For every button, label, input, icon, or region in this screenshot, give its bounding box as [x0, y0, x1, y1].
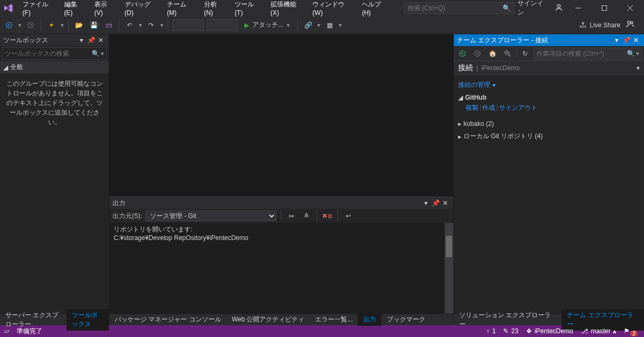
new-item-button[interactable]: ✦ — [46, 19, 57, 31]
menu-team[interactable]: チーム(M) — [162, 0, 199, 20]
branch-icon: ⎇ — [581, 327, 588, 335]
te-repo-kobako[interactable]: ▸ kobako (2) — [458, 118, 640, 130]
window-close-button[interactable] — [619, 0, 641, 16]
dropdown-icon[interactable]: ▾ — [18, 21, 21, 29]
sign-in-link[interactable]: サインイン — [514, 0, 550, 19]
title-bar: ファイル(F) 編集(E) 表示(V) デバッグ(D) チーム(M) 分析(N)… — [0, 0, 644, 16]
dropdown-icon[interactable]: ▾ — [77, 36, 86, 44]
solution-platform-combo[interactable] — [207, 19, 238, 31]
te-repo-label: kobako (2) — [463, 120, 494, 128]
te-forward-button[interactable] — [471, 47, 484, 60]
status-pending-push[interactable]: ↑1 — [486, 327, 496, 335]
left-tabstrip: サーバー エクスプローラー ツールボックス — [0, 313, 109, 325]
te-repo-label: ローカル Git リポジトリ (4) — [463, 132, 543, 141]
save-button[interactable]: 💾 — [88, 19, 100, 31]
toolbox-section-general[interactable]: ◢ 全般 — [0, 61, 109, 73]
play-icon: ▶ — [244, 21, 249, 29]
dropdown-icon[interactable]: ▾ — [421, 199, 431, 207]
search-icon: 🔍 — [503, 4, 511, 12]
close-icon[interactable]: ✕ — [440, 199, 450, 207]
feedback-icon[interactable] — [626, 20, 634, 30]
separator — [317, 211, 317, 221]
separator — [338, 211, 338, 221]
tab-toolbox[interactable]: ツールボックス — [66, 309, 109, 331]
status-notifications[interactable]: ⚑2 — [624, 327, 640, 335]
solution-config-combo[interactable] — [173, 19, 204, 31]
dropdown-icon[interactable]: ▾ — [636, 64, 640, 72]
menu-view[interactable]: 表示(V) — [89, 0, 119, 20]
menu-help[interactable]: ヘルプ(H) — [356, 0, 393, 20]
tab-error-list[interactable]: エラー一覧... — [310, 313, 358, 326]
menu-window[interactable]: ウィンドウ(W) — [307, 0, 356, 20]
tab-bookmarks[interactable]: ブックマーク — [381, 313, 431, 326]
diagnostic-button[interactable]: ▦ — [324, 19, 335, 31]
te-repo-local[interactable]: ▸ ローカル Git リポジトリ (4) — [458, 130, 640, 143]
live-share-button[interactable]: Live Share — [579, 21, 620, 29]
find-message-button[interactable]: ≔ — [286, 210, 297, 222]
close-icon[interactable]: ✕ — [631, 36, 641, 44]
toolbox-empty-message: このグループには使用可能なコントロールがありません。項目をこのテキスト上にドラッ… — [0, 73, 109, 132]
window-maximize-button[interactable] — [593, 0, 615, 16]
toolbox-search[interactable]: 🔍▾ — [2, 47, 107, 60]
close-icon[interactable]: ✕ — [96, 36, 106, 44]
team-explorer-toolbar: 🏠 🔌 ↻ 🔍▾ — [454, 46, 644, 61]
pin-icon[interactable]: 📌 — [621, 36, 631, 44]
dropdown-icon[interactable]: ▾ — [492, 81, 496, 89]
window-mode-icon[interactable]: ▱ — [4, 327, 9, 335]
undo-button[interactable]: ↶ — [124, 19, 136, 31]
te-search[interactable]: 🔍▾ — [534, 48, 642, 59]
te-github-section[interactable]: ◢ GitHub — [458, 92, 640, 103]
menu-analyze[interactable]: 分析(N) — [199, 0, 229, 20]
status-pending-changes[interactable]: ✎23 — [503, 327, 518, 335]
pin-icon[interactable]: 📌 — [86, 36, 96, 44]
menu-file[interactable]: ファイル(F) — [17, 0, 59, 20]
svg-point-0 — [557, 4, 560, 7]
tab-package-manager[interactable]: パッケージ マネージャー コンソール — [109, 313, 227, 326]
toolbox-search-input[interactable] — [5, 50, 92, 57]
open-folder-button[interactable]: 📂 — [73, 19, 85, 31]
menubar: ファイル(F) 編集(E) 表示(V) デバッグ(D) チーム(M) 分析(N)… — [17, 0, 393, 20]
te-manage-connections-link[interactable]: 接続の管理 — [458, 80, 490, 89]
status-repo[interactable]: ❖iPentecDemo — [526, 327, 573, 335]
nav-forward-button[interactable] — [25, 19, 36, 31]
output-scrollbar[interactable] — [445, 223, 453, 313]
separator — [168, 20, 168, 31]
window-minimize-button[interactable] — [567, 0, 589, 16]
account-icon[interactable] — [555, 3, 563, 13]
menu-debug[interactable]: デバッグ(D) — [119, 0, 162, 20]
te-home-button[interactable]: 🏠 — [486, 47, 499, 60]
output-text[interactable]: リポジトリを開いています: C:¥storage¥Develop RepOsit… — [109, 223, 445, 313]
status-branch[interactable]: ⎇master▴ — [581, 327, 617, 335]
clear-all-button[interactable]: ✖≣ — [321, 210, 333, 222]
output-panel: 出力 ▾ 📌 ✕ 出力元(S): ソース管理 - Git ≔ ≜ ✖≣ ↩ リポ… — [109, 197, 453, 313]
te-page-header[interactable]: 接続 | iPentecDemo ▾ — [454, 61, 644, 75]
menu-extensions[interactable]: 拡張機能(X) — [265, 0, 307, 20]
nav-back-button[interactable] — [3, 19, 15, 31]
te-body: 接続の管理 ▾ ◢ GitHub 複製| 作成| サインアウト ▸ kobako… — [454, 75, 644, 313]
dropdown-icon[interactable]: ▾ — [61, 21, 64, 29]
pin-icon[interactable]: 📌 — [431, 199, 440, 207]
word-wrap-button[interactable]: ↩ — [342, 210, 354, 222]
quick-launch[interactable]: 🔍 — [404, 2, 515, 14]
search-icon: 🔍 — [627, 50, 635, 57]
quick-launch-input[interactable] — [408, 4, 503, 12]
te-back-button[interactable] — [456, 47, 469, 60]
output-source-combo[interactable]: ソース管理 - Git — [145, 211, 276, 221]
te-github-signout[interactable]: サインアウト — [499, 103, 537, 113]
collapse-icon: ◢ — [3, 64, 8, 71]
te-refresh-button[interactable]: ↻ — [519, 47, 531, 60]
attach-button[interactable]: ▶ アタッチ... ▾ — [241, 19, 293, 31]
tab-output[interactable]: 出力 — [358, 313, 381, 326]
te-search-input[interactable] — [536, 50, 627, 57]
menu-tools[interactable]: ツール(T) — [229, 0, 265, 20]
tab-web-publish[interactable]: Web 公開アクティビティ — [227, 313, 310, 326]
go-to-prev-button[interactable]: ≜ — [301, 210, 312, 222]
browser-link-button[interactable]: 🔗 — [302, 19, 314, 31]
redo-button[interactable]: ↷ — [145, 19, 157, 31]
te-github-create[interactable]: 作成 — [482, 103, 495, 113]
save-all-button[interactable]: 🗃 — [103, 19, 115, 31]
te-connect-button[interactable]: 🔌 — [501, 47, 514, 60]
dropdown-icon[interactable]: ▾ — [612, 36, 621, 44]
te-github-clone[interactable]: 複製 — [466, 103, 478, 113]
menu-edit[interactable]: 編集(E) — [59, 0, 89, 20]
